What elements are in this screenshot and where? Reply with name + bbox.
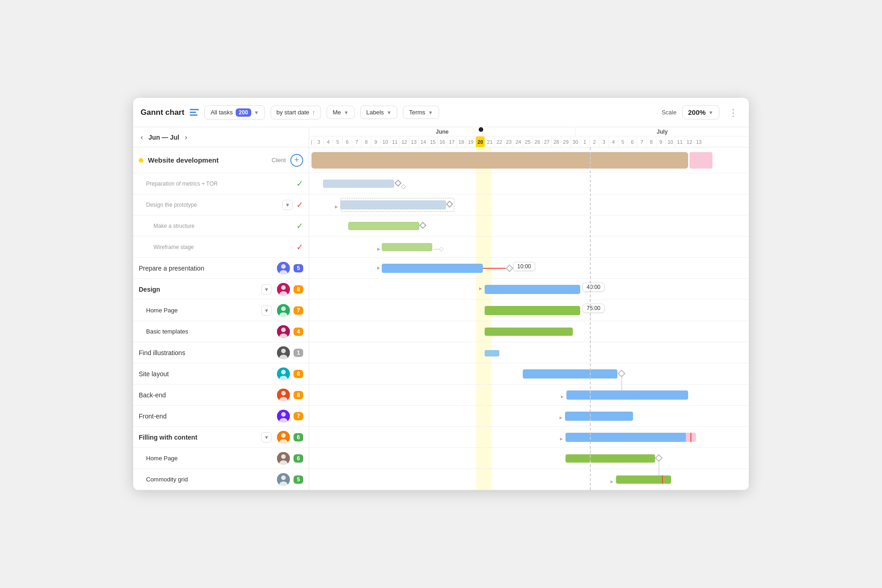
day-cell-june-26: 26	[532, 136, 542, 147]
gantt-bar-prototype	[340, 200, 446, 209]
nav-section: ‹ Jun — Jul ›	[133, 127, 309, 147]
gantt-row-frontend: ▸	[309, 406, 749, 427]
gantt-row-prototype: ▸	[309, 194, 749, 215]
gantt-row-sitelayout	[309, 363, 749, 384]
terms-filter[interactable]: Terms ▼	[403, 106, 439, 119]
day-cell-june-30: 30	[571, 136, 580, 147]
day-cell-june-8: 8	[361, 136, 371, 147]
add-task-button[interactable]: +	[290, 154, 303, 167]
gantt-bar-sitelayout	[523, 369, 617, 379]
task-label-presentation: Prepare a presentation	[139, 265, 273, 272]
avatar-filling	[277, 431, 290, 444]
collapse-button-homepage[interactable]: ▼	[261, 305, 271, 316]
day-cell-june-21: 21	[485, 136, 494, 147]
task-row-filling: Filling with content ▼ 6	[133, 427, 309, 448]
day-cell-june-14: 14	[418, 136, 428, 147]
collapse-button-design[interactable]: ▼	[261, 284, 271, 294]
today-dot	[479, 127, 483, 132]
task-row-structure: Make a structure ✓	[133, 215, 309, 237]
next-period-button[interactable]: ›	[185, 133, 187, 141]
task-row-metrics: Preparation of metrics + TOR ✓	[133, 173, 309, 194]
gantt-bar-homepage2	[565, 454, 655, 463]
all-tasks-filter[interactable]: All tasks 200 ▼	[204, 105, 265, 120]
avatar-presentation	[277, 262, 290, 275]
gantt-bar-wireframe	[382, 243, 432, 251]
view-toggle-icon[interactable]	[190, 109, 199, 116]
task-label-website: Website development	[148, 156, 265, 164]
svg-point-22	[281, 391, 286, 396]
task-label-frontend: Front-end	[139, 413, 273, 420]
check-icon-structure: ✓	[296, 221, 303, 231]
june-label: June	[309, 127, 576, 136]
gantt-bar-homepage	[485, 306, 580, 315]
milestone-metrics	[395, 180, 402, 187]
scale-value: 200%	[688, 108, 706, 116]
status-dot	[139, 158, 143, 163]
day-cell-june-25: 25	[523, 136, 532, 147]
day-cell-june-7: 7	[352, 136, 362, 147]
collapse-button-prototype[interactable]: ▼	[283, 200, 293, 210]
task-label-filling: Filling with content	[139, 434, 258, 441]
scale-control[interactable]: 200% ▼	[682, 105, 719, 119]
day-cell-june-28: 28	[551, 136, 561, 147]
collapse-button-filling[interactable]: ▼	[261, 432, 271, 442]
day-cell-june-24: 24	[513, 136, 523, 147]
chevron-down-icon: ▼	[254, 110, 259, 115]
day-cell-july-13: 13	[694, 136, 704, 147]
gantt-area: ◇ ▸ ▸	[309, 147, 749, 490]
day-cell-june-5: 5	[333, 136, 342, 147]
gantt-bar-commodity	[616, 475, 671, 484]
day-numbers: | 34567891011121314151617181920212223242…	[309, 136, 749, 147]
task-sublabel-website: Client	[271, 157, 286, 164]
gantt-bar-website-pink	[690, 152, 712, 169]
avatar-design	[277, 283, 290, 296]
gantt-bar-presentation	[382, 264, 483, 273]
day-cell-june-16: 16	[437, 136, 447, 147]
day-cell-june-13: 13	[409, 136, 418, 147]
day-cell-june-29: 29	[561, 136, 571, 147]
day-cell-june-22: 22	[494, 136, 504, 147]
avatar-homepage2	[277, 452, 290, 465]
task-row-illustrations: Find illustrations 1	[133, 342, 309, 363]
time-label-design: 40:00	[582, 283, 605, 292]
chevron-down-icon4: ▼	[428, 110, 433, 115]
gantt-bar-filling	[565, 433, 694, 442]
task-label-metrics: Preparation of metrics + TOR	[146, 181, 293, 187]
milestone-presentation	[506, 265, 514, 272]
avatar-illustrations	[277, 346, 290, 359]
gantt-row-wireframe: ▸ —◇	[309, 237, 749, 258]
count-badge-basic: 4	[294, 328, 303, 336]
count-badge-homepage: 7	[294, 306, 303, 315]
me-filter[interactable]: Me ▼	[327, 106, 355, 119]
task-label-homepage2: Home Page	[146, 455, 273, 462]
task-label-homepage: Home Page	[146, 307, 258, 314]
labels-filter[interactable]: Labels ▼	[360, 106, 397, 119]
prev-period-button[interactable]: ‹	[141, 133, 143, 141]
day-cell-july-11: 11	[675, 136, 684, 147]
task-label-design: Design	[139, 286, 258, 293]
day-cell-july-10: 10	[665, 136, 675, 147]
day-cell-june-3: 3	[314, 136, 323, 147]
gantt-row-backend: ▸	[309, 384, 749, 406]
count-badge-backend: 8	[294, 391, 303, 399]
chevron-down-icon5: ▼	[708, 110, 713, 115]
check-icon-wireframe: ✓	[296, 242, 303, 252]
task-row-prototype: Design the prototype ▼ ✓	[133, 194, 309, 215]
task-row-basic: Basic templates 4	[133, 321, 309, 342]
svg-point-34	[281, 475, 286, 480]
time-label-homepage: 75:00	[582, 304, 605, 313]
svg-point-31	[281, 454, 286, 459]
day-cell-july-7: 7	[637, 136, 646, 147]
sort-by-start-date[interactable]: by start date ↑	[271, 106, 322, 119]
more-options-button[interactable]: ⋮	[725, 105, 741, 120]
day-cell-june-20: 20	[475, 136, 485, 147]
count-badge-illustrations: 1	[294, 349, 303, 357]
avatar-sitelayout	[277, 368, 290, 380]
day-cell-june-17: 17	[447, 136, 457, 147]
day-cell-june-12: 12	[399, 136, 409, 147]
avatar-frontend	[277, 410, 290, 423]
tasks-badge: 200	[236, 108, 251, 117]
day-cell-june-27: 27	[542, 136, 552, 147]
gantt-bar-basic	[485, 328, 573, 336]
svg-rect-2	[190, 114, 198, 116]
